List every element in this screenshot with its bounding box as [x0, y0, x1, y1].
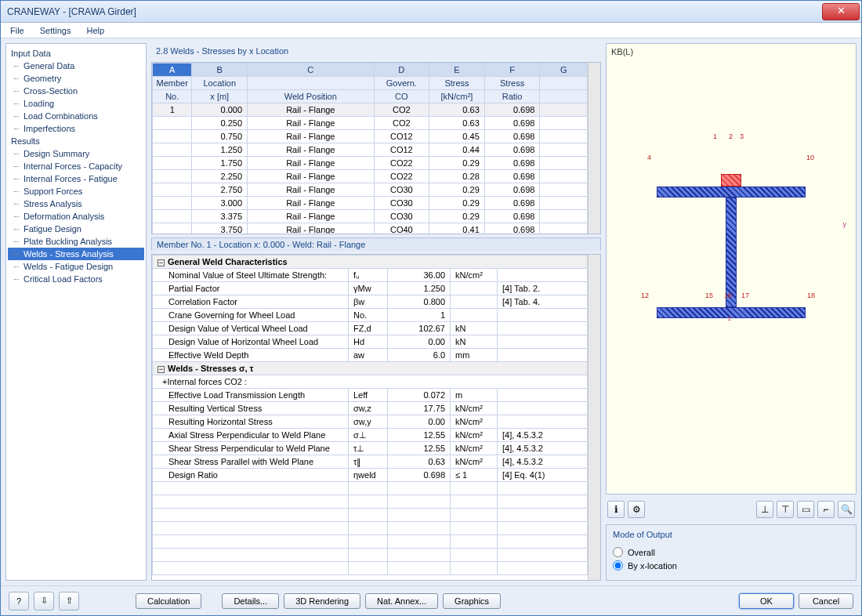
detail-row: Crane Governing for Wheel LoadNo.1 — [153, 309, 588, 322]
table-row[interactable]: 2.250Rail - FlangeCO220.280.698 — [153, 170, 588, 183]
table-row[interactable]: 0.250Rail - FlangeCO20.630.698 — [153, 117, 588, 130]
calculation-button[interactable]: Calculation — [136, 593, 201, 609]
tree-item[interactable]: Plate Buckling Analysis — [8, 235, 144, 248]
detail-header: Member No. 1 - Location x: 0.000 - Weld:… — [151, 237, 601, 251]
mode-title: Mode of Output — [613, 530, 849, 539]
close-button[interactable]: ✕ — [822, 3, 860, 20]
ok-button[interactable]: OK — [739, 593, 794, 609]
tree-item[interactable]: Loading — [8, 97, 144, 110]
tree-item[interactable]: Cross-Section — [8, 85, 144, 97]
detail-row: Design Value of Vertical Wheel LoadFZ,d1… — [153, 322, 588, 335]
table-row[interactable]: 3.000Rail - FlangeCO300.290.698 — [153, 197, 588, 210]
main-area: Input Data General DataGeometryCross-Sec… — [1, 38, 861, 585]
graphics-button[interactable]: Graphics — [443, 593, 501, 609]
table-row[interactable]: 0.750Rail - FlangeCO120.450.698 — [153, 130, 588, 143]
viewer-label: KB(L) — [611, 47, 633, 56]
results-grid[interactable]: ABCDEFG MemberLocationGovern.StressStres… — [151, 62, 601, 234]
mode-overall[interactable]: Overall — [613, 545, 849, 559]
export-button[interactable]: ⇧ — [59, 592, 79, 611]
menubar: File Settings Help — [1, 23, 861, 38]
info-button[interactable]: ℹ — [607, 501, 625, 518]
right-pane: KB(L) 1 2 3 4 10 12 15 16 17 18 y z — [606, 43, 857, 581]
table-row[interactable]: 10.000Rail - FlangeCO20.630.698 — [153, 103, 588, 117]
table-row[interactable]: 2.750Rail - FlangeCO300.290.698 — [153, 183, 588, 197]
detail-row: Design Value of Horizontal Wheel LoadHd0… — [153, 335, 588, 349]
tree-item[interactable]: Internal Forces - Capacity — [8, 160, 144, 172]
detail-row: Effective Weld Depthaw6.0mm — [153, 349, 588, 362]
footer: ? ⇩ ⇧ Calculation Details... 3D Renderin… — [1, 585, 861, 615]
table-row[interactable]: 3.375Rail - FlangeCO300.290.698 — [153, 210, 588, 223]
viewer-toolbar: ℹ ⚙ ⊥ ⊤ ▭ ⌐ 🔍 — [606, 499, 857, 520]
titlebar: CRANEWAY - [CRAWA Girder] ✕ — [1, 1, 861, 23]
tree-item[interactable]: Support Forces — [8, 185, 144, 197]
detail-row: Resulting Horizontal Stressσw,y0.00kN/cm… — [153, 415, 588, 429]
detail-scrollbar[interactable] — [588, 255, 600, 580]
settings-button[interactable]: ⚙ — [628, 501, 645, 518]
mode-panel: Mode of Output Overall By x-location — [606, 524, 857, 581]
tree-item[interactable]: Fatigue Design — [8, 223, 144, 235]
tree-input-root[interactable]: Input Data — [8, 47, 144, 60]
help-button[interactable]: ? — [9, 592, 29, 611]
window-title: CRANEWAY - [CRAWA Girder] — [7, 6, 822, 17]
tree-item[interactable]: Welds - Stress Analysis — [8, 248, 144, 260]
menu-settings[interactable]: Settings — [37, 24, 74, 37]
grid-scrollbar[interactable] — [588, 63, 600, 234]
table-row[interactable]: 1.750Rail - FlangeCO220.290.698 — [153, 157, 588, 170]
cross-section-viewer[interactable]: KB(L) 1 2 3 4 10 12 15 16 17 18 y z — [606, 43, 857, 495]
import-button[interactable]: ⇩ — [34, 592, 54, 611]
detail-row: Nominal Value of Steel Ultimate Strength… — [153, 269, 588, 282]
tree-item[interactable]: Stress Analysis — [8, 197, 144, 210]
detail-row: Design Ratioηweld0.698≤ 1[4] Eq. 4(1) — [153, 469, 588, 482]
section-title: 2.8 Welds - Stresses by x Location — [151, 43, 601, 59]
cancel-button[interactable]: Cancel — [799, 593, 853, 609]
tree-item[interactable]: Imperfections — [8, 122, 144, 135]
tree-results-root[interactable]: Results — [8, 135, 144, 147]
tree-item[interactable]: Deformation Analysis — [8, 210, 144, 223]
view-button-4[interactable]: ⌐ — [817, 501, 835, 518]
rendering-button[interactable]: 3D Rendering — [284, 593, 360, 609]
annex-button[interactable]: Nat. Annex... — [365, 593, 438, 609]
detail-row: Shear Stress Perpendicular to Weld Plane… — [153, 442, 588, 455]
details-button[interactable]: Details... — [222, 593, 279, 609]
view-button-3[interactable]: ▭ — [797, 501, 814, 518]
zoom-button[interactable]: 🔍 — [838, 501, 855, 518]
navigation-tree[interactable]: Input Data General DataGeometryCross-Sec… — [5, 43, 147, 581]
main-window: CRANEWAY - [CRAWA Girder] ✕ File Setting… — [0, 0, 862, 616]
tree-item[interactable]: Critical Load Factors — [8, 273, 144, 285]
detail-row: Correlation Factorβw0.800[4] Tab. 4. — [153, 295, 588, 309]
detail-row: Resulting Vertical Stressσw,z17.75kN/cm² — [153, 402, 588, 415]
tree-item[interactable]: Welds - Fatigue Design — [8, 260, 144, 273]
view-button-2[interactable]: ⊤ — [777, 501, 794, 518]
detail-row: Shear Stress Parallel with Weld Planeτ‖0… — [153, 455, 588, 469]
menu-file[interactable]: File — [7, 24, 27, 37]
tree-item[interactable]: Design Summary — [8, 147, 144, 160]
mode-by-x[interactable]: By x-location — [613, 559, 849, 572]
detail-row: Effective Load Transmission LengthLeff0.… — [153, 389, 588, 402]
table-row[interactable]: 1.250Rail - FlangeCO120.440.698 — [153, 143, 588, 157]
tree-item[interactable]: Load Combinations — [8, 110, 144, 122]
table-row[interactable]: 3.750Rail - FlangeCO400.410.698 — [153, 223, 588, 234]
tree-item[interactable]: Internal Forces - Fatigue — [8, 172, 144, 185]
detail-panel[interactable]: −General Weld CharacteristicsNominal Val… — [151, 254, 601, 581]
detail-row: Partial FactorγMw1.250[4] Tab. 2. — [153, 282, 588, 295]
detail-row: Axial Stress Perpendicular to Weld Plane… — [153, 429, 588, 442]
tree-item[interactable]: General Data — [8, 60, 144, 72]
view-button-1[interactable]: ⊥ — [756, 501, 773, 518]
tree-item[interactable]: Geometry — [8, 72, 144, 85]
center-pane: 2.8 Welds - Stresses by x Location ABCDE… — [151, 43, 601, 581]
menu-help[interactable]: Help — [83, 24, 107, 37]
